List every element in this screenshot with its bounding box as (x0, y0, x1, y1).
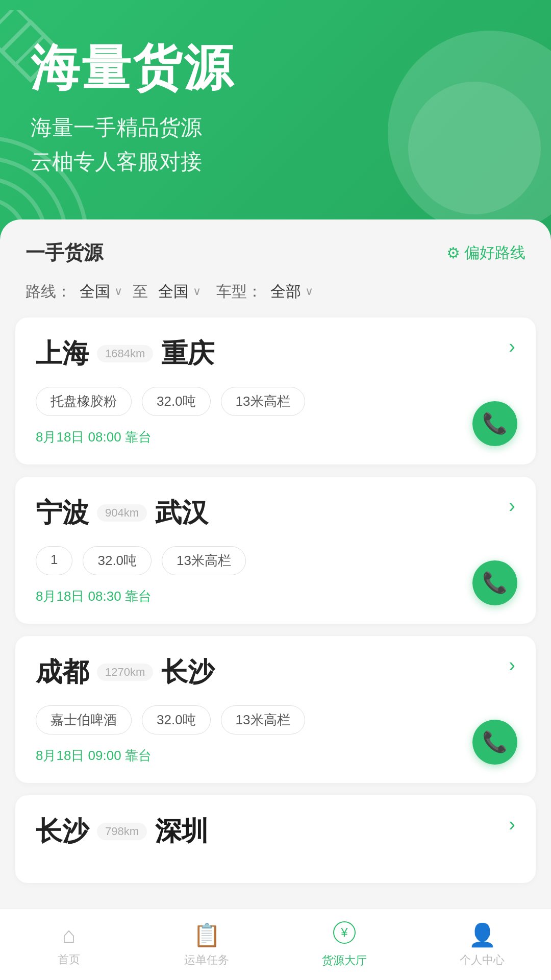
preference-button[interactable]: ⚙ 偏好路线 (446, 242, 525, 263)
gear-icon: ⚙ (446, 244, 460, 262)
card-header: 一手货源 ⚙ 偏好路线 (0, 219, 551, 276)
car-filter-label: 车型： (216, 281, 262, 302)
phone-icon: 📞 (482, 411, 508, 435)
route-card[interactable]: ›成都1270km长沙嘉士伯啤酒32.0吨13米高栏8月18日 09:00 靠台… (15, 636, 536, 783)
phone-button[interactable]: 📞 (472, 560, 517, 605)
nav-label-tasks: 运单任务 (184, 952, 229, 968)
to-chevron-icon: ∨ (193, 285, 201, 298)
route-distance: 904km (97, 504, 147, 522)
nav-item-home[interactable]: ⌂ 首页 (0, 922, 138, 967)
route-header: 长沙798km深圳 (36, 814, 515, 849)
phone-icon: 📞 (482, 730, 508, 754)
car-value: 全部 (270, 281, 301, 302)
route-distance: 1684km (97, 345, 153, 362)
route-distance: 1270km (97, 664, 153, 681)
to-value: 全国 (158, 281, 189, 302)
route-arrow-icon: › (509, 814, 515, 836)
from-value: 全国 (80, 281, 110, 302)
home-icon: ⌂ (62, 922, 76, 948)
route-to: 深圳 (155, 814, 208, 849)
route-to: 长沙 (161, 654, 214, 690)
nav-item-tasks[interactable]: 📋 运单任务 (138, 922, 276, 968)
route-arrow-icon: › (509, 336, 515, 358)
route-cards-list: ›上海1684km重庆托盘橡胶粉32.0吨13米高栏8月18日 08:00 靠台… (0, 317, 551, 883)
route-header: 上海1684km重庆 (36, 336, 515, 372)
route-arrow-icon: › (509, 654, 515, 676)
nav-label-profile: 个人中心 (460, 952, 505, 968)
route-tags: 托盘橡胶粉32.0吨13米高栏 (36, 387, 515, 416)
route-tags: 嘉士伯啤酒32.0吨13米高栏 (36, 705, 515, 734)
route-tag: 嘉士伯啤酒 (36, 705, 132, 734)
route-card[interactable]: ›长沙798km深圳 (15, 795, 536, 883)
preference-label: 偏好路线 (464, 242, 525, 263)
hero-subtitle-line1: 海量一手精品货源 (31, 110, 520, 144)
route-from: 成都 (36, 654, 89, 690)
route-tags: 132.0吨13米高栏 (36, 546, 515, 575)
hero-subtitle-line2: 云柚专人客服对接 (31, 144, 520, 179)
svg-text:¥: ¥ (340, 925, 348, 939)
route-filter-label: 路线： (26, 281, 71, 302)
filter-bar: 路线： 全国 ∨ 至 全国 ∨ 车型： 全部 ∨ (0, 276, 551, 317)
main-card: 一手货源 ⚙ 偏好路线 路线： 全国 ∨ 至 全国 ∨ 车型： 全部 ∨ ›上海… (0, 219, 551, 980)
route-from: 长沙 (36, 814, 89, 849)
nav-label-home: 首页 (58, 952, 80, 967)
route-from: 上海 (36, 336, 89, 372)
route-time: 8月18日 08:30 靠台 (36, 587, 515, 605)
route-time: 8月18日 08:00 靠台 (36, 428, 515, 446)
nav-item-profile[interactable]: 👤 个人中心 (413, 922, 551, 968)
route-tag: 32.0吨 (83, 546, 152, 575)
phone-icon: 📞 (482, 571, 508, 595)
route-tag: 1 (36, 546, 72, 575)
route-header: 成都1270km长沙 (36, 654, 515, 690)
car-select[interactable]: 全部 ∨ (270, 281, 313, 302)
route-to: 重庆 (161, 336, 214, 372)
to-select[interactable]: 全国 ∨ (158, 281, 201, 302)
nav-item-hall[interactable]: ¥ 货源大厅 (276, 921, 413, 968)
route-card[interactable]: ›上海1684km重庆托盘橡胶粉32.0吨13米高栏8月18日 08:00 靠台… (15, 317, 536, 464)
route-tag: 13米高栏 (221, 705, 305, 734)
hero-subtitle: 海量一手精品货源 云柚专人客服对接 (31, 110, 520, 179)
tasks-icon: 📋 (193, 922, 221, 948)
route-distance: 798km (97, 823, 147, 840)
card-title: 一手货源 (26, 240, 103, 266)
from-select[interactable]: 全国 ∨ (80, 281, 122, 302)
route-to: 武汉 (155, 495, 208, 531)
car-chevron-icon: ∨ (305, 285, 313, 298)
route-from: 宁波 (36, 495, 89, 531)
route-tag: 32.0吨 (142, 387, 211, 416)
route-time: 8月18日 09:00 靠台 (36, 747, 515, 765)
route-tag: 托盘橡胶粉 (36, 387, 132, 416)
hero-title: 海量货源 (31, 41, 520, 95)
nav-label-hall: 货源大厅 (322, 953, 367, 968)
yuan-icon: ¥ (333, 921, 356, 949)
user-icon: 👤 (468, 922, 496, 948)
route-arrow-icon: › (509, 495, 515, 517)
route-card[interactable]: ›宁波904km武汉132.0吨13米高栏8月18日 08:30 靠台📞 (15, 477, 536, 624)
bottom-nav: ⌂ 首页 📋 运单任务 ¥ 货源大厅 👤 个人中心 (0, 909, 551, 980)
phone-button[interactable]: 📞 (472, 720, 517, 765)
route-tag: 13米高栏 (162, 546, 246, 575)
route-tag: 32.0吨 (142, 705, 211, 734)
route-header: 宁波904km武汉 (36, 495, 515, 531)
filter-separator: 至 (133, 281, 148, 302)
route-tag: 13米高栏 (221, 387, 305, 416)
from-chevron-icon: ∨ (114, 285, 122, 298)
phone-button[interactable]: 📞 (472, 401, 517, 446)
